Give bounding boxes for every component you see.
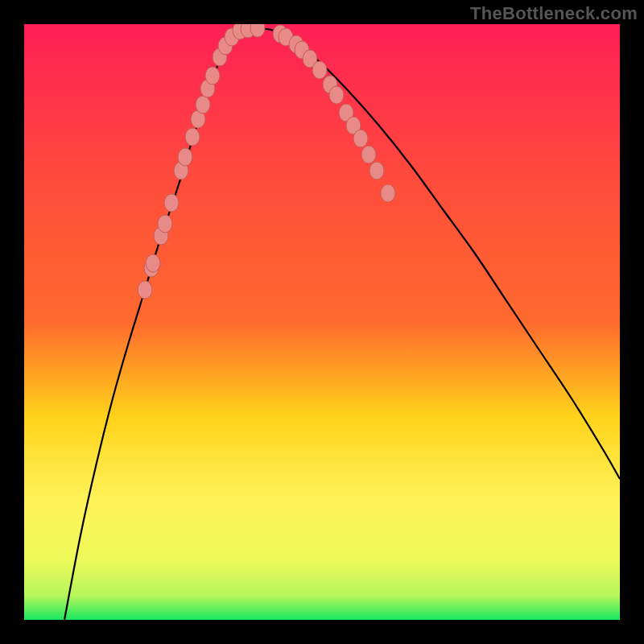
data-marker xyxy=(185,128,200,146)
data-marker xyxy=(146,254,160,272)
watermark-text: TheBottleneck.com xyxy=(470,3,638,24)
data-marker xyxy=(196,96,210,114)
plot-area xyxy=(24,24,620,620)
data-marker xyxy=(178,148,192,166)
data-marker xyxy=(312,61,327,79)
chart-svg xyxy=(24,24,620,620)
data-marker xyxy=(158,215,172,233)
data-marker xyxy=(138,281,152,299)
data-marker xyxy=(250,24,265,37)
data-marker xyxy=(361,146,376,163)
data-marker xyxy=(205,67,220,85)
data-marker xyxy=(329,86,344,104)
plot-gradient xyxy=(24,24,620,620)
chart-frame: TheBottleneck.com xyxy=(0,0,644,644)
data-marker xyxy=(353,130,368,147)
data-marker xyxy=(381,184,395,202)
data-marker xyxy=(164,194,179,212)
data-marker xyxy=(369,162,384,180)
